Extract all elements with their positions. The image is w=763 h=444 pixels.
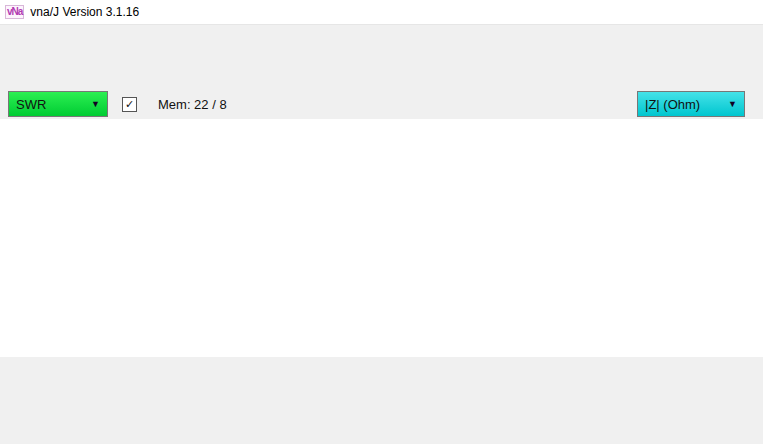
- app-window: vNa vna/J Version 3.1.16 SWR ▼ ✓ Mem: 22…: [0, 0, 763, 365]
- right-scale-select[interactable]: |Z| (Ohm) ▼: [637, 91, 745, 117]
- readout-panel: [0, 357, 763, 365]
- chevron-down-icon: ▼: [91, 99, 100, 109]
- memory-status: Mem: 22 / 8: [158, 97, 227, 112]
- right-scale-value: |Z| (Ohm): [645, 97, 700, 112]
- title-bar: vNa vna/J Version 3.1.16: [0, 0, 763, 24]
- toolbar: [0, 49, 763, 89]
- autoscale-checkbox[interactable]: ✓: [122, 97, 142, 112]
- window-title: vna/J Version 3.1.16: [30, 5, 139, 19]
- left-scale-value: SWR: [16, 97, 46, 112]
- app-logo-icon: vNa: [5, 5, 24, 19]
- left-scale-select[interactable]: SWR ▼: [8, 91, 108, 117]
- menu-bar: [0, 24, 763, 49]
- chart-area: [0, 119, 763, 357]
- chevron-down-icon: ▼: [728, 99, 737, 109]
- checkbox-check-icon: ✓: [122, 97, 137, 112]
- controls-row: SWR ▼ ✓ Mem: 22 / 8 |Z| (Ohm) ▼: [0, 89, 763, 119]
